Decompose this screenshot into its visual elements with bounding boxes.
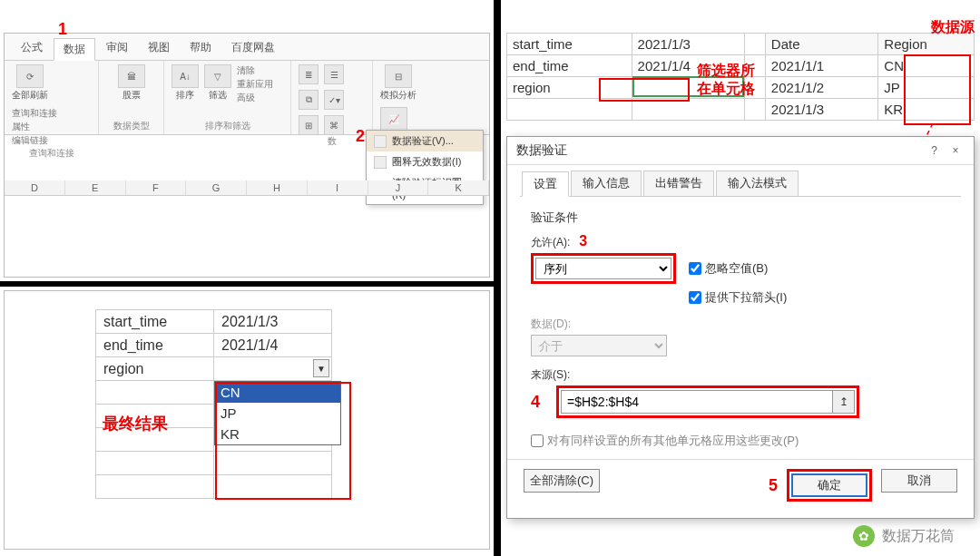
checkbox-ignore-blank[interactable]: 忽略空值(B) [689,260,768,277]
col-H[interactable]: H [247,180,308,195]
dialog-tabs: 设置 输入信息 出错警告 输入法模式 [507,165,974,196]
clear-filter[interactable]: 清除 [237,64,273,77]
text-to-columns-icon[interactable]: ≣ [299,64,318,84]
whatif-button[interactable]: ⊟ 模拟分析 [380,64,416,102]
result-sheet: start_time 2021/1/3 end_time 2021/1/4 re… [95,309,332,499]
properties[interactable]: 属性 [12,121,57,133]
dropdown-option[interactable]: CN [215,382,340,403]
cell-header[interactable]: Date [765,34,878,55]
cell-empty[interactable] [214,475,332,499]
clear-all-button[interactable]: 全部清除(C) [524,469,600,493]
menu-dv-label: 数据验证(V)... [392,134,454,148]
col-I[interactable]: I [308,180,368,195]
dropdown-button[interactable]: ▼ [313,359,329,377]
ok-button[interactable]: 确定 [791,473,867,497]
col-G[interactable]: G [186,180,247,195]
source-input-highlight: ↥ [556,385,859,418]
cell[interactable]: end_time [507,55,632,77]
allow-combo[interactable]: 序列 [535,258,671,279]
flash-fill-icon[interactable]: ☰ [324,64,344,84]
range-picker-button[interactable]: ↥ [833,390,855,414]
tab-formulas[interactable]: 公式 [12,37,52,60]
cell[interactable]: 2021/1/3 [632,34,745,55]
stocks-button[interactable]: 🏛 股票 [106,64,156,102]
cell-empty[interactable] [96,475,214,499]
dialog-tab-ime[interactable]: 输入法模式 [716,171,799,196]
label-allow: 允许(A): 3 [531,233,950,250]
dialog-tab-inputmsg[interactable]: 输入信息 [571,171,642,196]
col-J[interactable]: J [368,180,429,195]
result-label: 最终结果 [103,413,168,434]
cell-key[interactable]: end_time [96,334,214,357]
cell[interactable]: 2021/1/3 [765,99,878,121]
refresh-icon: ⟳ [16,64,44,88]
edit-links[interactable]: 编辑链接 [12,134,57,147]
cell-header[interactable]: Region [878,34,975,55]
menu-circle-invalid[interactable]: 圈释无效数据(I) [367,151,483,172]
cell[interactable] [745,34,766,55]
checkbox-apply-all[interactable]: 对有同样设置的所有其他单元格应用这些更改(P) [531,433,950,449]
section-validation-criteria: 验证条件 [531,210,950,226]
annot-data-source: 数据源 [931,18,975,36]
data-combo: 介于 [531,335,667,356]
label-allow-text: 允许(A): [531,236,570,249]
checkbox-dropdown-input[interactable] [689,291,701,304]
cell[interactable] [745,99,766,121]
tab-help[interactable]: 帮助 [181,37,220,60]
dialog-title: 数据验证 [516,142,567,159]
remove-dup-icon[interactable]: ⧉ [299,90,318,110]
cell-empty[interactable] [96,452,214,475]
advanced-filter[interactable]: 高级 [237,92,273,104]
cell[interactable]: 2021/1/1 [765,55,878,77]
checkbox-ignore-blank-input[interactable] [689,262,701,275]
cell-empty[interactable] [214,452,332,475]
stocks-icon: 🏛 [118,64,145,88]
cell[interactable] [632,99,745,121]
tab-baidu[interactable]: 百度网盘 [222,37,284,60]
watermark-text: 数据万花筒 [882,527,955,546]
filter-button[interactable]: ▽ 筛选 [204,64,231,104]
col-F[interactable]: F [126,180,187,195]
col-E[interactable]: E [65,180,126,195]
col-K[interactable]: K [428,180,489,195]
dropdown-option[interactable]: KR [215,424,340,444]
filter-label: 筛选 [209,89,227,102]
dropdown-option[interactable]: JP [215,403,340,424]
collapse-icon: ↥ [839,395,848,408]
relationships-icon[interactable]: ⌘ [324,115,344,135]
tab-review[interactable]: 审阅 [97,37,137,60]
cell-val[interactable]: 2021/1/4 [214,334,332,357]
cancel-button[interactable]: 取消 [881,469,957,493]
group-label-sortfilter: 排序和筛选 [172,120,283,132]
queries-connections[interactable]: 查询和连接 [12,107,57,120]
dialog-close-button[interactable]: × [946,144,965,157]
col-D[interactable]: D [5,180,65,195]
cell-val[interactable]: 2021/1/3 [214,310,332,334]
cell[interactable] [507,99,632,121]
dialog-tab-erroralert[interactable]: 出错警告 [643,171,714,196]
step-marker-2: 2 [356,127,365,146]
cell-empty[interactable] [96,381,214,405]
refresh-all-button[interactable]: ⟳ 全部刷新 [12,64,48,102]
dialog-tab-settings[interactable]: 设置 [522,171,569,197]
reapply-filter[interactable]: 重新应用 [237,78,273,91]
checkbox-dropdown[interactable]: 提供下拉箭头(I) [689,289,787,306]
checkbox-apply-all-input[interactable] [531,434,544,447]
menu-data-validation[interactable]: 数据验证(V)... [367,131,483,151]
cell-key[interactable]: start_time [96,310,214,334]
column-headers: D E F G H I J K [5,180,489,196]
region-dropdown-cell[interactable]: ▼ CN JP KR [214,357,332,381]
tab-data[interactable]: 数据 [54,38,95,61]
dialog-help-button[interactable]: ? [926,144,944,157]
cell[interactable]: start_time [507,34,632,55]
data-validation-icon[interactable]: ✓▾ [324,90,344,110]
cell-key[interactable]: region [96,357,214,381]
checkbox-apply-all-label: 对有同样设置的所有其他单元格应用这些更改(P) [547,433,799,449]
table-row: start_time 2021/1/3 [96,310,332,334]
sort-button[interactable]: A↓ 排序 [172,64,199,104]
ribbon-tabs: 公式 数据 审阅 视图 帮助 百度网盘 [5,34,489,61]
cell[interactable]: 2021/1/2 [765,77,878,99]
consolidate-icon[interactable]: ⊞ [299,115,318,135]
tab-view[interactable]: 视图 [139,37,179,60]
source-input[interactable] [561,390,833,414]
